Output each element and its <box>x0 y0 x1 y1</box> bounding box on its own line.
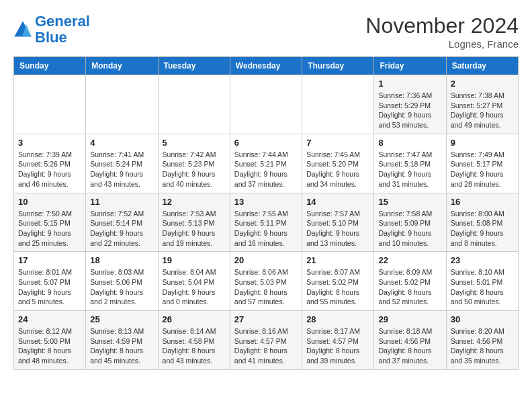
logo-text: General Blue <box>35 13 90 46</box>
calendar-week-row: 3Sunrise: 7:39 AMSunset: 5:26 PMDaylight… <box>14 134 519 193</box>
calendar-day-cell: 4Sunrise: 7:41 AMSunset: 5:24 PMDaylight… <box>86 134 158 193</box>
day-info: Sunrise: 7:39 AMSunset: 5:26 PMDaylight:… <box>18 150 81 189</box>
calendar-day-cell: 6Sunrise: 7:44 AMSunset: 5:21 PMDaylight… <box>230 134 302 193</box>
day-info: Sunrise: 8:20 AMSunset: 4:56 PMDaylight:… <box>451 326 514 366</box>
weekday-header-cell: Tuesday <box>158 57 230 75</box>
day-number: 1 <box>378 79 441 89</box>
logo: General Blue <box>13 13 90 46</box>
calendar-day-cell <box>230 75 302 134</box>
calendar-day-cell: 12Sunrise: 7:53 AMSunset: 5:13 PMDayligh… <box>158 193 230 252</box>
day-number: 18 <box>90 255 153 265</box>
calendar-week-row: 1Sunrise: 7:36 AMSunset: 5:29 PMDaylight… <box>14 75 519 134</box>
weekday-header-cell: Sunday <box>14 57 86 75</box>
weekday-header-cell: Friday <box>374 57 446 75</box>
calendar-day-cell: 24Sunrise: 8:12 AMSunset: 5:00 PMDayligh… <box>14 311 86 370</box>
day-info: Sunrise: 7:45 AMSunset: 5:20 PMDaylight:… <box>306 150 369 189</box>
calendar-day-cell: 17Sunrise: 8:01 AMSunset: 5:07 PMDayligh… <box>14 252 86 311</box>
calendar-day-cell: 3Sunrise: 7:39 AMSunset: 5:26 PMDaylight… <box>14 134 86 193</box>
calendar-table: SundayMondayTuesdayWednesdayThursdayFrid… <box>13 56 519 370</box>
title-block: November 2024 Lognes, France <box>365 13 519 50</box>
day-number: 13 <box>234 197 298 207</box>
weekday-header-cell: Wednesday <box>230 57 302 75</box>
calendar-week-row: 24Sunrise: 8:12 AMSunset: 5:00 PMDayligh… <box>14 311 519 370</box>
day-number: 11 <box>90 197 153 207</box>
day-info: Sunrise: 8:14 AMSunset: 4:58 PMDaylight:… <box>163 326 226 366</box>
calendar-day-cell: 9Sunrise: 7:49 AMSunset: 5:17 PMDaylight… <box>446 134 518 193</box>
day-info: Sunrise: 8:18 AMSunset: 4:56 PMDaylight:… <box>378 326 441 366</box>
day-info: Sunrise: 8:17 AMSunset: 4:57 PMDaylight:… <box>306 326 369 366</box>
calendar-day-cell: 18Sunrise: 8:03 AMSunset: 5:06 PMDayligh… <box>86 252 158 311</box>
day-info: Sunrise: 8:13 AMSunset: 4:59 PMDaylight:… <box>90 326 153 366</box>
calendar-day-cell: 30Sunrise: 8:20 AMSunset: 4:56 PMDayligh… <box>446 311 518 370</box>
day-info: Sunrise: 8:04 AMSunset: 5:04 PMDaylight:… <box>163 267 226 307</box>
day-info: Sunrise: 8:09 AMSunset: 5:02 PMDaylight:… <box>378 267 441 307</box>
day-info: Sunrise: 8:10 AMSunset: 5:01 PMDaylight:… <box>451 267 514 307</box>
day-info: Sunrise: 8:03 AMSunset: 5:06 PMDaylight:… <box>90 267 153 307</box>
day-number: 15 <box>378 197 441 207</box>
calendar-day-cell: 2Sunrise: 7:38 AMSunset: 5:27 PMDaylight… <box>446 75 518 134</box>
day-info: Sunrise: 8:12 AMSunset: 5:00 PMDaylight:… <box>18 326 81 366</box>
day-number: 21 <box>306 255 369 265</box>
day-number: 7 <box>306 138 369 148</box>
day-number: 10 <box>18 197 81 207</box>
day-info: Sunrise: 7:53 AMSunset: 5:13 PMDaylight:… <box>163 209 226 248</box>
day-number: 14 <box>306 197 369 207</box>
day-number: 25 <box>90 314 153 324</box>
weekday-header-cell: Thursday <box>302 57 374 75</box>
calendar-day-cell: 11Sunrise: 7:52 AMSunset: 5:14 PMDayligh… <box>86 193 158 252</box>
day-number: 23 <box>451 255 514 265</box>
calendar-day-cell: 16Sunrise: 8:00 AMSunset: 5:08 PMDayligh… <box>446 193 518 252</box>
weekday-header-row: SundayMondayTuesdayWednesdayThursdayFrid… <box>14 57 519 75</box>
day-number: 9 <box>451 138 514 148</box>
day-info: Sunrise: 7:36 AMSunset: 5:29 PMDaylight:… <box>378 91 441 130</box>
day-number: 27 <box>234 314 298 324</box>
calendar-day-cell: 22Sunrise: 8:09 AMSunset: 5:02 PMDayligh… <box>374 252 446 311</box>
day-number: 5 <box>163 138 226 148</box>
day-info: Sunrise: 7:55 AMSunset: 5:11 PMDaylight:… <box>234 209 298 248</box>
calendar-day-cell: 25Sunrise: 8:13 AMSunset: 4:59 PMDayligh… <box>86 311 158 370</box>
month-title: November 2024 <box>365 13 519 38</box>
day-number: 12 <box>163 197 226 207</box>
day-info: Sunrise: 7:50 AMSunset: 5:15 PMDaylight:… <box>18 209 81 248</box>
logo-line1: General <box>35 13 90 30</box>
calendar-day-cell: 20Sunrise: 8:06 AMSunset: 5:03 PMDayligh… <box>230 252 302 311</box>
day-info: Sunrise: 7:38 AMSunset: 5:27 PMDaylight:… <box>451 91 514 130</box>
day-info: Sunrise: 8:06 AMSunset: 5:03 PMDaylight:… <box>234 267 298 307</box>
day-number: 4 <box>90 138 153 148</box>
day-number: 22 <box>378 255 441 265</box>
calendar-week-row: 17Sunrise: 8:01 AMSunset: 5:07 PMDayligh… <box>14 252 519 311</box>
day-number: 16 <box>451 197 514 207</box>
day-number: 2 <box>451 79 514 89</box>
page-header: General Blue November 2024 Lognes, Franc… <box>13 13 519 50</box>
location: Lognes, France <box>365 38 519 50</box>
day-info: Sunrise: 8:07 AMSunset: 5:02 PMDaylight:… <box>306 267 369 307</box>
day-info: Sunrise: 8:00 AMSunset: 5:08 PMDaylight:… <box>451 209 514 248</box>
calendar-day-cell: 23Sunrise: 8:10 AMSunset: 5:01 PMDayligh… <box>446 252 518 311</box>
calendar-day-cell: 27Sunrise: 8:16 AMSunset: 4:57 PMDayligh… <box>230 311 302 370</box>
day-number: 30 <box>451 314 514 324</box>
day-number: 6 <box>234 138 298 148</box>
day-number: 26 <box>163 314 226 324</box>
day-number: 17 <box>18 255 81 265</box>
calendar-day-cell <box>86 75 158 134</box>
day-number: 24 <box>18 314 81 324</box>
calendar-day-cell: 5Sunrise: 7:42 AMSunset: 5:23 PMDaylight… <box>158 134 230 193</box>
day-info: Sunrise: 7:47 AMSunset: 5:18 PMDaylight:… <box>378 150 441 189</box>
calendar-day-cell: 29Sunrise: 8:18 AMSunset: 4:56 PMDayligh… <box>374 311 446 370</box>
day-number: 20 <box>234 255 298 265</box>
day-info: Sunrise: 7:49 AMSunset: 5:17 PMDaylight:… <box>451 150 514 189</box>
day-number: 3 <box>18 138 81 148</box>
day-info: Sunrise: 7:58 AMSunset: 5:09 PMDaylight:… <box>378 209 441 248</box>
day-info: Sunrise: 7:44 AMSunset: 5:21 PMDaylight:… <box>234 150 298 189</box>
day-info: Sunrise: 7:52 AMSunset: 5:14 PMDaylight:… <box>90 209 153 248</box>
calendar-day-cell: 19Sunrise: 8:04 AMSunset: 5:04 PMDayligh… <box>158 252 230 311</box>
calendar-week-row: 10Sunrise: 7:50 AMSunset: 5:15 PMDayligh… <box>14 193 519 252</box>
calendar-day-cell: 15Sunrise: 7:58 AMSunset: 5:09 PMDayligh… <box>374 193 446 252</box>
weekday-header-cell: Saturday <box>446 57 518 75</box>
calendar-day-cell <box>14 75 86 134</box>
day-info: Sunrise: 7:42 AMSunset: 5:23 PMDaylight:… <box>163 150 226 189</box>
calendar-day-cell: 7Sunrise: 7:45 AMSunset: 5:20 PMDaylight… <box>302 134 374 193</box>
day-number: 19 <box>163 255 226 265</box>
calendar-body: 1Sunrise: 7:36 AMSunset: 5:29 PMDaylight… <box>14 75 519 370</box>
day-info: Sunrise: 8:16 AMSunset: 4:57 PMDaylight:… <box>234 326 298 366</box>
